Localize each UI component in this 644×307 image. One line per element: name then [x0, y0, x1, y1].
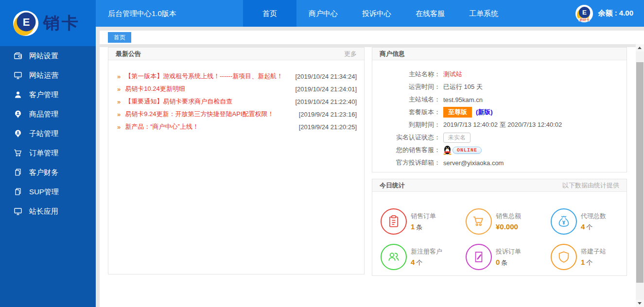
copy-icon [14, 168, 22, 177]
sidebar-item-label: 客户管理 [29, 90, 58, 100]
merchant-info-header: 商户信息 [372, 48, 627, 60]
sidebar-item-site-settings[interactable]: 网站设置 [0, 46, 96, 66]
merchant-info-panel: 商户信息 主站名称： 测试站 运营时间： 已运行 105 天 主站域名： tes… [372, 47, 627, 172]
runtime-value: 已运行 105 天 [443, 83, 483, 91]
breadcrumb: 首页 [100, 31, 644, 44]
today-stats-title: 今日统计 [380, 179, 405, 191]
monitor-icon [14, 71, 22, 80]
content-area: 最新公告 更多 » 【第一版本】游戏租号系统上线！------新项目、新起航！ … [100, 47, 636, 307]
sidebar-item-customer-finance[interactable]: 客户财务 [0, 163, 96, 182]
stats-note: 以下数据由统计提供 [562, 179, 619, 191]
sidebar-item-site-operation[interactable]: 网站运营 [0, 66, 96, 85]
more-link[interactable]: 更多 [344, 48, 357, 60]
stat-sales-total: 销售总额 ¥0.000 [466, 208, 521, 235]
merchant-row-expire: 到期时间： 2019/7/13 12:40:02 至 2020/7/13 12:… [372, 119, 627, 131]
sidebar-item-label: 订单管理 [29, 149, 58, 158]
qq-penguin-icon [443, 145, 452, 155]
double-chevron-icon: » [117, 98, 121, 105]
scrollbar-thumb[interactable] [636, 62, 644, 283]
vertical-scrollbar[interactable] [636, 44, 644, 307]
online-status-badge: ONLINE [453, 147, 482, 154]
site-name-value: 测试站 [443, 70, 462, 79]
merchant-row-service: 您的销售客服： [372, 144, 627, 156]
app-root: E 销卡 网站设置 网站 [0, 0, 644, 307]
new-version-link[interactable]: (新版) [476, 108, 493, 117]
double-chevron-icon: » [117, 123, 121, 131]
tab-ticket-system[interactable]: 工单系统 [457, 0, 510, 27]
tab-online-service[interactable]: 在线客服 [403, 0, 457, 27]
svg-text:E: E [583, 9, 587, 16]
brand-badge-label: 易销卡 [579, 18, 590, 21]
merchant-info-title: 商户信息 [380, 48, 405, 60]
svg-text:E: E [23, 16, 30, 28]
tab-merchant-center[interactable]: 商户中心 [296, 0, 350, 27]
announcements-header: 最新公告 更多 [108, 48, 364, 60]
scroll-up-button[interactable] [636, 44, 644, 51]
sidebar-item-customer-management[interactable]: 客户管理 [0, 85, 96, 104]
sidebar-item-label: 子站管理 [29, 129, 58, 138]
cart-icon [466, 208, 492, 235]
plan-badge[interactable]: 至尊版 [443, 107, 472, 118]
announcement-item[interactable]: » 易销卡9.24更新：开放第三方快捷登陆API配置权限！ [2019/9/24… [117, 108, 357, 120]
tab-home[interactable]: 首页 [243, 0, 296, 27]
breadcrumb-home-button[interactable]: 首页 [108, 32, 131, 43]
sidebar-item-substation-management[interactable]: 子站管理 [0, 124, 96, 143]
clipboard-icon [381, 208, 407, 235]
brand-logo-icon: E [13, 10, 39, 36]
sidebar-item-order-management[interactable]: 订单管理 [0, 143, 96, 163]
sidebar-item-label: 站长应用 [29, 207, 58, 216]
doc-edit-icon [466, 244, 492, 270]
scroll-down-button[interactable] [636, 300, 644, 307]
sidebar-item-label: 网站设置 [29, 51, 58, 61]
wallet-icon [14, 51, 22, 60]
sidebar-item-sup-management[interactable]: SUP管理 [0, 182, 96, 202]
person-icon [14, 90, 22, 99]
sidebar-item-product-management[interactable]: 商品管理 [0, 104, 96, 124]
page-title: 后台管理中心1.0版本 [108, 0, 176, 27]
domain-value: test.95kam.cn [443, 96, 483, 103]
announcement-item[interactable]: » 新产品：“商户中心”上线！ [2019/9/24 21:20:25] [117, 120, 357, 133]
double-chevron-icon: » [117, 85, 121, 93]
complaint-email-value: server@yixiaoka.com [443, 159, 504, 167]
brand-name: 销卡 [43, 12, 80, 34]
logo: E 销卡 [0, 0, 96, 46]
realname-status-badge: 未实名 [443, 133, 470, 143]
sidebar-item-webmaster-apps[interactable]: 站长应用 [0, 202, 96, 221]
moneybag-icon [551, 208, 577, 235]
announcements-list: » 【第一版本】游戏租号系统上线！------新项目、新起航！ [2019/10… [108, 60, 364, 133]
sidebar-menu: 网站设置 网站运营 客户管理 [0, 46, 96, 221]
sidebar-item-label: 商品管理 [29, 110, 58, 119]
stat-new-customers: 新注册客户 4个 [381, 244, 442, 270]
announcements-panel: 最新公告 更多 » 【第一版本】游戏租号系统上线！------新项目、新起航！ … [108, 47, 365, 274]
double-chevron-icon: » [117, 73, 121, 80]
expire-value: 2019/7/13 12:40:02 至 2020/7/13 12:40:02 [443, 120, 562, 129]
tab-complaint-center[interactable]: 投诉中心 [350, 0, 403, 27]
qq-service-button[interactable]: ONLINE [443, 145, 482, 155]
brand-badge-icon: E 易销卡 [575, 5, 593, 22]
sidebar: E 销卡 网站设置 网站 [0, 0, 96, 307]
stat-sales-orders: 销售订单 1条 [381, 208, 436, 235]
merchant-row-plan: 套餐版本： 至尊版 (新版) [372, 106, 627, 119]
announcement-item[interactable]: » 【重要通知】易销卡要求商户自检自查 [2019/10/24 21:22:40… [117, 95, 357, 108]
double-chevron-icon: » [117, 111, 121, 118]
shield-icon [551, 244, 577, 270]
sidebar-item-label: 客户财务 [29, 168, 58, 177]
announcement-item[interactable]: » 易销卡10.24更新明细 [2019/10/24 21:24:01] [117, 83, 357, 95]
stat-complaint-orders: 投诉订单 0条 [466, 244, 521, 270]
main-area: 后台管理中心1.0版本 首页 商户中心 投诉中心 在线客服 工单系统 E 易销卡… [96, 0, 644, 307]
top-nav: 首页 商户中心 投诉中心 在线客服 工单系统 [243, 0, 510, 27]
monitor-icon [14, 207, 22, 216]
today-stats-header: 今日统计 以下数据由统计提供 [372, 179, 627, 192]
merchant-row-domain: 主站域名： test.95kam.cn [372, 93, 627, 106]
announcements-title: 最新公告 [116, 48, 141, 60]
top-header: 后台管理中心1.0版本 首页 商户中心 投诉中心 在线客服 工单系统 E 易销卡… [96, 0, 644, 27]
merchant-row-site-name: 主站名称： 测试站 [372, 68, 627, 81]
balance-amount: 余额 : 4.00 [598, 9, 633, 18]
announcement-item[interactable]: » 【第一版本】游戏租号系统上线！------新项目、新起航！ [2019/10… [117, 70, 357, 83]
sidebar-item-label: SUP管理 [29, 188, 59, 197]
merchant-row-email: 官方投诉邮箱： server@yixiaoka.com [372, 156, 627, 169]
people-icon [381, 244, 407, 270]
merchant-info-body: 主站名称： 测试站 运营时间： 已运行 105 天 主站域名： test.95k… [372, 60, 627, 169]
merchant-row-runtime: 运营时间： 已运行 105 天 [372, 81, 627, 93]
balance-display: E 易销卡 余额 : 4.00 [575, 0, 633, 27]
